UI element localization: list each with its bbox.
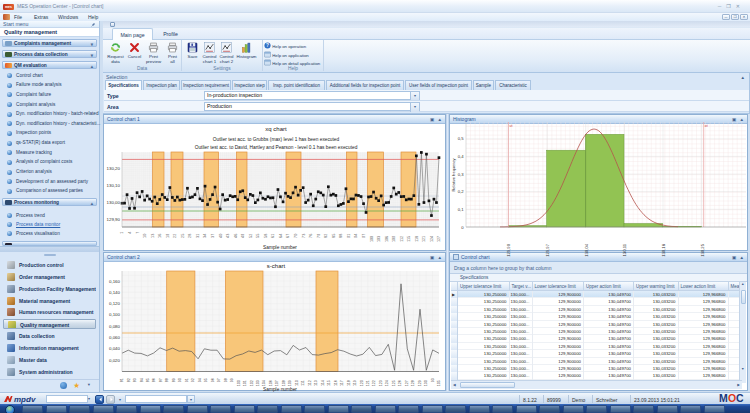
svg-text:?: ? (266, 43, 269, 48)
svg-text:M: M (719, 393, 728, 404)
svg-text:mpdv: mpdv (14, 395, 36, 404)
svg-text:O: O (728, 393, 736, 404)
svg-text:C: C (736, 393, 744, 404)
